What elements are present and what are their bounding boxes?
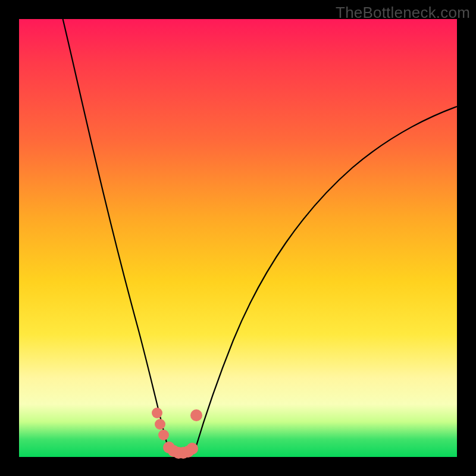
marker-dot — [186, 443, 198, 455]
left-branch-curve — [63, 19, 170, 453]
right-branch-curve — [194, 107, 457, 453]
marker-dot — [152, 408, 162, 418]
chart-frame: TheBottleneck.com — [0, 0, 476, 476]
marker-dot — [155, 419, 165, 430]
marker-dot — [158, 430, 169, 440]
marker-dot — [190, 409, 202, 421]
chart-svg — [19, 19, 457, 457]
plot-area — [19, 19, 457, 457]
